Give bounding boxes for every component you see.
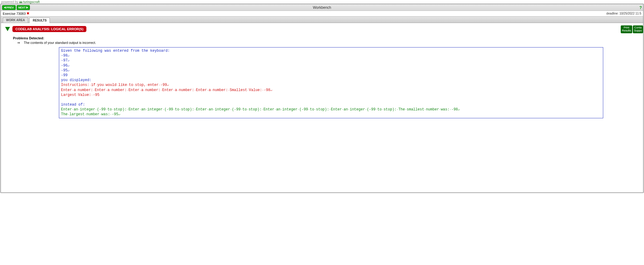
- newline-icon: ↵: [68, 54, 69, 57]
- expected-text: largest: [69, 112, 85, 116]
- space-icon: ·: [247, 89, 249, 92]
- actual-text: number:: [179, 88, 194, 92]
- expected-text: to: [310, 107, 314, 112]
- space-icon: ·: [91, 93, 93, 97]
- exercise-label: Exercise 73083: [3, 12, 26, 15]
- space-icon: ·: [274, 108, 276, 111]
- triangle-down-icon[interactable]: [5, 27, 10, 31]
- tab-results[interactable]: RESULTS: [29, 18, 50, 23]
- expected-text: (-99: [164, 107, 173, 112]
- space-icon: ·: [308, 108, 310, 111]
- expected-text: Enter: [263, 107, 274, 112]
- newline-icon: ↵: [458, 108, 460, 111]
- actual-text: Enter: [128, 88, 139, 92]
- space-icon: ·: [240, 108, 242, 111]
- brand-icon: [19, 1, 22, 3]
- space-icon: ·: [247, 108, 249, 111]
- space-icon: ·: [143, 89, 145, 92]
- space-icon: ·: [127, 83, 129, 87]
- expected-text: (-99: [367, 107, 375, 112]
- actual-text: Enter: [196, 88, 207, 92]
- expected-text: -95: [112, 112, 118, 116]
- space-icon: ·: [78, 108, 80, 111]
- space-icon: ·: [230, 108, 232, 111]
- expected-text: was:: [441, 107, 449, 112]
- space-icon: ·: [424, 108, 426, 111]
- newline-icon: ↵: [68, 59, 69, 62]
- actual-text: would: [106, 83, 117, 87]
- expected-text: The: [61, 112, 68, 116]
- contact-line2: Suppo: [634, 29, 642, 32]
- actual-text: if: [91, 83, 95, 87]
- topbar: ◀ PREV NEXT ▶ Workbench ?: [1, 4, 643, 11]
- actual-text: -99: [160, 83, 167, 87]
- page-title: Workbench: [313, 5, 331, 10]
- expected-text: -98: [451, 107, 458, 112]
- space-icon: ·: [110, 113, 112, 116]
- space-icon: ·: [342, 108, 344, 111]
- contact-support-button[interactable]: Conta Suppo: [633, 25, 643, 33]
- expected-text: (-99: [299, 107, 308, 112]
- space-icon: ·: [93, 89, 95, 92]
- tab-work-area[interactable]: WORK AREA: [3, 17, 28, 23]
- actual-text: a: [108, 88, 110, 92]
- space-icon: ·: [298, 108, 299, 111]
- space-icon: ·: [329, 108, 331, 111]
- space-icon: ·: [159, 83, 160, 87]
- actual-text: you: [97, 83, 104, 87]
- exercise-row: Exercise 73083 ✖ deadline: 10/25/2022 11…: [1, 11, 643, 16]
- output-box: Given the following was entered from the…: [59, 47, 603, 118]
- space-icon: ·: [173, 108, 175, 111]
- expected-text: Enter: [331, 107, 342, 112]
- expected-text: stop):: [181, 107, 194, 112]
- newline-icon: ↵: [270, 89, 272, 92]
- newline-icon: ↵: [68, 69, 69, 72]
- space-icon: ·: [146, 83, 148, 87]
- space-icon: ·: [72, 89, 74, 92]
- prev-label: PREV: [6, 6, 14, 9]
- expected-text: integer: [215, 107, 230, 112]
- tabbar: WORK AREA RESULTS: [1, 16, 643, 23]
- problems-title: Problems Detected:: [13, 36, 639, 40]
- print-results-button[interactable]: Print Results: [621, 25, 632, 33]
- space-icon: ·: [213, 108, 215, 111]
- expected-text: integer: [282, 107, 298, 112]
- input-value: -95: [61, 68, 68, 73]
- actual-text: -95: [93, 93, 100, 97]
- instead-header: instead of:: [61, 103, 85, 107]
- space-icon: ·: [397, 108, 398, 111]
- newline-icon: ↵: [118, 113, 120, 116]
- space-icon: ·: [375, 108, 377, 111]
- input-value: -96: [61, 64, 68, 68]
- space-icon: ·: [348, 108, 350, 111]
- expected-text: an: [141, 107, 145, 112]
- next-label: NEXT: [18, 6, 26, 9]
- space-icon: ·: [106, 89, 108, 92]
- prev-button[interactable]: ◀ PREV: [2, 5, 16, 10]
- space-icon: ·: [382, 108, 384, 111]
- space-icon: ·: [211, 89, 213, 92]
- actual-text: Value:: [78, 93, 91, 97]
- space-icon: ·: [99, 113, 101, 116]
- actual-text: Instructions:: [61, 83, 89, 87]
- close-icon[interactable]: ✖: [27, 11, 29, 15]
- space-icon: ·: [405, 108, 407, 111]
- actual-text: like: [118, 83, 127, 87]
- space-icon: ·: [439, 108, 441, 111]
- space-icon: ·: [173, 89, 175, 92]
- actual-text: Enter: [162, 88, 173, 92]
- space-icon: ·: [133, 83, 135, 87]
- displayed-header: you displayed:: [61, 78, 92, 82]
- space-icon: ·: [194, 89, 196, 92]
- expected-text: stop):: [316, 107, 329, 112]
- help-icon[interactable]: ?: [639, 5, 642, 10]
- input-value: -97: [61, 58, 68, 63]
- expected-text: to: [175, 107, 179, 112]
- actual-text: stop,: [135, 83, 146, 87]
- space-icon: ·: [449, 108, 451, 111]
- next-button[interactable]: NEXT ▶: [17, 5, 30, 10]
- bullet-arrow-icon: ⇒: [17, 41, 20, 44]
- actual-text: to: [129, 83, 133, 87]
- results-content: Print Results Conta Suppo CODELAB ANALYS…: [1, 23, 643, 192]
- brand-name: turingscraft: [23, 0, 40, 4]
